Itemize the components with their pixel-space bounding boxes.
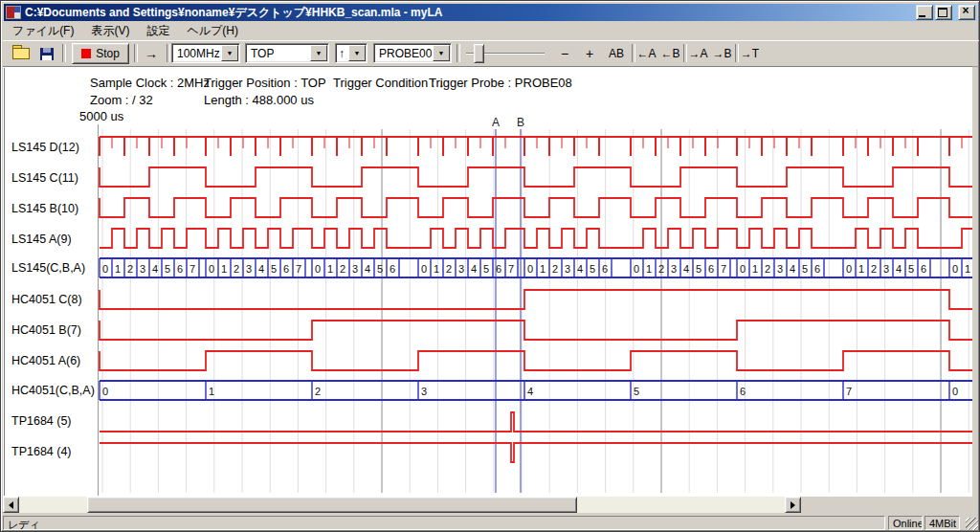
svg-text:1: 1	[646, 263, 652, 275]
signal-label-hc4051-c: HC4051 C(8)	[11, 293, 82, 306]
signal-label-tp1684-4: TP1684 (4)	[11, 445, 72, 458]
maximize-icon	[938, 8, 947, 17]
trigger-edge-combo[interactable]: ↑ ▼	[335, 43, 368, 63]
close-button[interactable]: ×	[958, 5, 975, 20]
menu-item-settings[interactable]: 設定	[138, 22, 178, 40]
chevron-down-icon[interactable]: ▼	[310, 45, 327, 61]
trigger-probe-combo[interactable]: PROBE00 ▼	[373, 43, 452, 63]
save-file-button[interactable]	[35, 43, 58, 64]
goto-cursor-a-right-button[interactable]: →A	[687, 43, 709, 64]
trigger-position-combo[interactable]: TOP ▼	[245, 43, 329, 63]
ab-cursors-button[interactable]: AB	[604, 43, 629, 64]
save-floppy-icon	[40, 48, 54, 60]
svg-text:1: 1	[115, 263, 121, 275]
menu-item-help[interactable]: ヘルプ(H)	[178, 22, 247, 40]
app-window: C:¥Documents and Settings¥noname¥デスクトップ¥…	[0, 0, 980, 532]
svg-text:3: 3	[565, 263, 570, 275]
svg-text:2: 2	[315, 386, 321, 397]
svg-text:7: 7	[846, 386, 852, 397]
zoom-out-button[interactable]: −	[554, 43, 575, 64]
chevron-down-icon[interactable]: ▼	[221, 45, 238, 61]
svg-text:3: 3	[458, 263, 464, 275]
minimize-button[interactable]	[916, 5, 933, 20]
title-bar: C:¥Documents and Settings¥noname¥デスクトップ¥…	[4, 4, 977, 21]
open-folder-icon	[12, 48, 30, 59]
svg-text:2: 2	[446, 263, 452, 275]
goto-trigger-button[interactable]: →T	[739, 43, 761, 64]
chevron-down-icon[interactable]: ▼	[433, 45, 450, 61]
svg-text:5: 5	[634, 386, 639, 397]
svg-text:0: 0	[421, 263, 427, 275]
status-online-badge: Online	[888, 516, 923, 530]
sample-clock-value: 100MHz	[172, 44, 220, 62]
waveform-plot[interactable]: A B 012345670123456701234560123456701234…	[97, 113, 975, 498]
menu-item-view[interactable]: 表示(V)	[82, 22, 138, 40]
signal-label-tp1684-5: TP1684 (5)	[11, 414, 72, 428]
sample-clock-combo[interactable]: 100MHz ▼	[171, 43, 240, 63]
svg-text:5: 5	[271, 263, 277, 275]
svg-text:6: 6	[921, 263, 926, 275]
svg-text:1: 1	[540, 263, 546, 275]
goto-cursor-b-right-button[interactable]: →B	[711, 43, 733, 64]
horizontal-scrollbar[interactable]	[3, 497, 801, 513]
waveform-view: Sample Clock : 2MHz Trigger Position : T…	[3, 66, 972, 497]
trigger-edge-value: ↑	[336, 44, 347, 62]
svg-text:1: 1	[221, 263, 227, 275]
scrollbar-thumb[interactable]	[87, 497, 577, 513]
svg-text:2: 2	[234, 263, 239, 275]
goto-cursor-b-left-button[interactable]: ←B	[659, 43, 681, 64]
svg-text:0: 0	[209, 263, 214, 275]
maximize-button[interactable]	[935, 5, 952, 20]
svg-text:6: 6	[814, 263, 820, 275]
svg-text:1: 1	[209, 386, 214, 397]
status-bar: レディ Online 4MBit	[3, 516, 979, 531]
svg-text:4: 4	[365, 263, 370, 275]
scroll-right-button[interactable]	[785, 497, 801, 513]
signal-label-hc4051-b: HC4051 B(7)	[11, 323, 81, 337]
svg-text:4: 4	[896, 263, 902, 275]
svg-text:0: 0	[952, 263, 958, 275]
svg-text:5: 5	[377, 263, 383, 275]
svg-text:5: 5	[483, 263, 489, 275]
run-button[interactable]: →	[139, 43, 164, 64]
menu-item-file[interactable]: ファイル(F)	[4, 22, 82, 40]
svg-text:1: 1	[965, 263, 970, 275]
svg-text:5: 5	[908, 263, 914, 275]
info-zoom: Zoom : / 32	[90, 93, 153, 107]
zoom-slider-handle[interactable]	[474, 44, 484, 63]
resize-grip[interactable]	[966, 518, 978, 530]
svg-text:0: 0	[846, 263, 852, 275]
svg-text:6: 6	[602, 263, 608, 275]
chevron-down-icon[interactable]: ▼	[348, 45, 366, 61]
app-icon	[6, 6, 21, 19]
svg-text:3: 3	[883, 263, 889, 275]
svg-text:3: 3	[246, 263, 252, 275]
stop-button[interactable]: Stop	[72, 43, 129, 64]
svg-text:5: 5	[165, 263, 170, 275]
toolbar-separator	[167, 44, 170, 62]
svg-text:3: 3	[140, 263, 145, 275]
zoom-in-button[interactable]: +	[579, 43, 600, 64]
svg-text:1: 1	[434, 263, 439, 275]
svg-text:3: 3	[777, 263, 783, 275]
status-ready: レディ	[3, 516, 885, 530]
svg-text:1: 1	[858, 263, 864, 275]
goto-cursor-a-left-button[interactable]: ←A	[635, 43, 657, 64]
signal-label-ls145-b: LS145 B(10)	[11, 202, 78, 215]
open-file-button[interactable]	[9, 43, 33, 64]
svg-text:5: 5	[590, 263, 595, 275]
svg-text:4: 4	[577, 263, 583, 275]
scroll-left-button[interactable]	[3, 497, 19, 513]
cursor-b-label: B	[517, 116, 524, 129]
svg-text:2: 2	[340, 263, 345, 275]
svg-text:7: 7	[296, 263, 301, 275]
svg-text:3: 3	[671, 263, 677, 275]
svg-text:7: 7	[721, 263, 726, 275]
close-icon: ×	[959, 4, 972, 17]
svg-text:6: 6	[390, 263, 395, 275]
signal-label-ls145-bus: LS145(C,B,A)	[11, 261, 85, 275]
signal-label-ls145-a: LS145 A(9)	[11, 233, 72, 246]
svg-text:6: 6	[708, 263, 714, 275]
signal-label-hc4051-bus: HC4051(C,B,A)	[11, 384, 95, 397]
svg-text:5: 5	[696, 263, 702, 275]
